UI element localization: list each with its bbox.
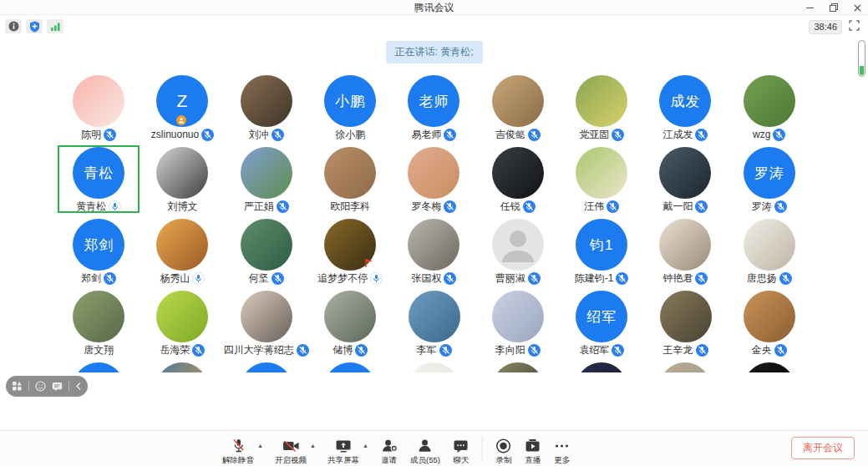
participant-tile[interactable]: 王辛龙 — [643, 289, 727, 361]
restore-icon[interactable] — [828, 2, 840, 13]
participant-tile[interactable]: 汪伟 — [560, 145, 643, 217]
participant-tile[interactable]: 成发江成发 — [643, 73, 727, 145]
info-icon[interactable] — [5, 19, 22, 33]
participant-tile[interactable]: 曹丽淑 — [476, 217, 560, 289]
toolbar-live-button[interactable]: 直播 — [525, 438, 541, 464]
toolbar-chat-button[interactable]: 聊天 — [453, 438, 470, 464]
participant-tile[interactable]: 何坚 — [225, 217, 308, 289]
participant-tile[interactable]: 李军 — [392, 289, 475, 361]
participant-tile-partial[interactable] — [392, 361, 475, 372]
participant-tile[interactable]: 追梦梦不停 — [308, 217, 392, 289]
participant-tile[interactable]: 戴一阳 — [643, 145, 727, 217]
participant-tile[interactable]: 罗涛罗涛 — [728, 145, 811, 217]
participant-avatar — [744, 362, 795, 372]
toolbar-mic-off-button[interactable]: 解除静音▲ — [222, 438, 254, 464]
participant-tile-partial[interactable] — [225, 361, 308, 372]
chevron-up-icon[interactable]: ▲ — [257, 443, 263, 448]
participant-avatar: 青松 — [73, 147, 124, 199]
participant-tile-partial[interactable] — [643, 361, 727, 372]
participant-tile[interactable]: 钧1陈建钧-1 — [560, 217, 643, 289]
participant-avatar: 绍军 — [576, 291, 627, 342]
participant-tile[interactable]: 绍军袁绍军 — [560, 289, 643, 361]
participant-name: 何坚 — [249, 271, 269, 286]
meeting-timer: 38:46 — [809, 20, 842, 34]
participant-tile[interactable]: 刘冲 — [225, 73, 308, 145]
emoji-icon[interactable] — [35, 381, 46, 392]
participant-name: wzg — [753, 129, 770, 140]
participant-tile-partial[interactable] — [728, 361, 811, 372]
participant-tile[interactable]: 小鹏徐小鹏 — [308, 73, 392, 145]
network-icon[interactable] — [47, 19, 63, 33]
participant-tile[interactable]: 钟艳君 — [643, 217, 727, 289]
participant-name: 党亚固 — [579, 128, 609, 142]
participant-avatar — [659, 147, 711, 199]
mic-muted-icon — [297, 344, 309, 357]
toolbar-label: 开启视频 — [275, 455, 307, 464]
chevron-up-icon[interactable]: ▲ — [363, 443, 368, 448]
participant-tile-partial[interactable] — [560, 361, 643, 372]
participant-tile[interactable]: 唐文翔 — [57, 289, 140, 361]
participant-tile-partial[interactable] — [57, 361, 140, 372]
participant-tile[interactable]: 张国权 — [392, 217, 475, 289]
participant-tile[interactable]: 李向阳 — [476, 289, 560, 361]
participant-tile[interactable]: 青松黄青松 — [57, 145, 140, 217]
close-icon[interactable] — [851, 2, 863, 13]
participant-tile[interactable]: 陈明 — [57, 73, 140, 145]
message-icon[interactable] — [52, 382, 63, 392]
participant-tile[interactable]: 严正娟 — [225, 145, 308, 217]
toolbar-camera-off-button[interactable]: 开启视频▲ — [275, 438, 307, 464]
participant-tile[interactable]: wzg — [728, 73, 811, 145]
participant-tile[interactable]: 任锐 — [476, 145, 560, 217]
participant-tile[interactable]: 党亚固 — [560, 73, 643, 145]
toolbar-invite-button[interactable]: 邀请 — [380, 438, 398, 464]
toolbar-record-button[interactable]: 录制 — [495, 438, 512, 464]
participant-tile[interactable]: Zzslinuonuo — [140, 73, 224, 145]
mic-on-icon — [370, 272, 383, 285]
participant-tile[interactable]: 金央 — [728, 289, 811, 361]
floating-toolbar[interactable] — [6, 376, 88, 397]
participant-name: 李军 — [417, 343, 437, 357]
divider — [28, 381, 29, 392]
participant-tile[interactable]: 刘博文 — [140, 145, 224, 217]
mic-muted-icon — [523, 200, 536, 213]
toolbar-share-screen-button[interactable]: 共享屏幕▲ — [327, 438, 359, 464]
participant-name: 易老师 — [411, 128, 441, 142]
participant-tile-partial[interactable] — [140, 361, 224, 372]
participant-avatar — [408, 147, 459, 199]
minimize-icon[interactable] — [805, 2, 816, 13]
live-icon — [525, 438, 541, 454]
mic-muted-icon — [201, 129, 214, 141]
participant-tile[interactable]: 老师易老师 — [392, 73, 475, 145]
chevron-up-icon[interactable]: ▲ — [310, 443, 316, 448]
mic-muted-icon — [272, 129, 284, 141]
leave-meeting-button[interactable]: 离开会议 — [791, 437, 855, 459]
participant-avatar — [492, 75, 544, 127]
toolbar-more-button[interactable]: 更多 — [554, 438, 571, 464]
participant-avatar — [156, 147, 208, 199]
collapse-left-icon[interactable] — [75, 382, 82, 391]
mic-muted-icon — [616, 272, 628, 285]
participant-avatar: Z — [156, 75, 208, 127]
participant-name: 罗涛 — [752, 200, 772, 214]
participant-tile-partial[interactable] — [308, 361, 392, 372]
participant-name: 任锐 — [500, 200, 520, 214]
shield-icon[interactable] — [26, 19, 43, 33]
participant-tile[interactable]: 吉俊懿 — [476, 73, 560, 145]
participant-avatar — [241, 291, 292, 342]
participant-name: 金央 — [752, 343, 772, 357]
participant-tile[interactable]: 唐思扬 — [728, 217, 811, 289]
participant-name: 曹丽淑 — [495, 271, 525, 286]
participant-tile-partial[interactable] — [476, 361, 560, 372]
participant-tile[interactable]: 四川大学蒋绍志 — [225, 289, 308, 361]
fullscreen-icon[interactable] — [849, 19, 860, 34]
layout-icon[interactable] — [12, 381, 23, 392]
participant-tile[interactable]: 岳海荣 — [140, 289, 224, 361]
participant-tile[interactable]: 欧阳李科 — [308, 145, 392, 217]
toolbar-label: 聊天 — [453, 455, 469, 464]
toolbar-members-button[interactable]: 成员(55) — [410, 438, 440, 464]
participant-tile[interactable]: 储博 — [308, 289, 392, 361]
mic-muted-icon — [439, 344, 452, 357]
participant-tile[interactable]: 杨秀山 — [140, 217, 224, 289]
participant-tile[interactable]: 郑剑郑剑 — [57, 217, 140, 289]
participant-tile[interactable]: 罗冬梅 — [392, 145, 475, 217]
